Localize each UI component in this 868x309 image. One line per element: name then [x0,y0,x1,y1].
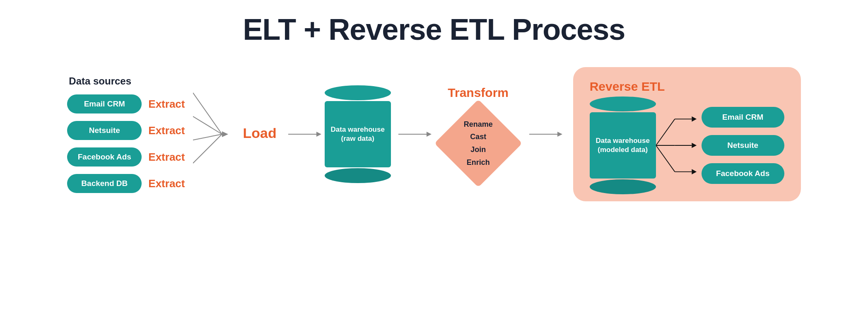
svg-line-1 [193,116,222,134]
diamond-text: Rename Cast Join Enrich [464,118,493,169]
data-sources-section: Data sources Email CRM Extract Netsuite … [67,75,185,193]
dest-facebook-ads: Facebook Ads [702,163,784,184]
raw-warehouse-cylinder: Data warehouse (raw data) [325,93,391,176]
svg-line-3 [193,134,222,163]
fanout-arrow-svg [656,102,697,189]
svg-marker-13 [692,169,697,174]
arrow-to-reverse-etl [529,134,558,135]
list-item: Email CRM Extract [67,94,185,113]
cylinder-bottom [590,179,656,194]
diamond-wrap: Rename Cast Join Enrich [439,104,518,183]
cylinder: Data warehouse (modeled data) [590,104,656,187]
svg-marker-12 [692,143,697,148]
load-label: Load [243,125,276,141]
cylinder-top [590,97,656,111]
fanout-arrows [656,102,697,189]
facebook-ads-pill: Facebook Ads [67,147,142,167]
modeled-warehouse-cylinder: Data warehouse (modeled data) [590,104,656,187]
arrow-to-raw-warehouse [288,134,317,135]
email-crm-pill: Email CRM [67,94,142,113]
transform-title: Transform [448,86,509,100]
page-title: ELT + Reverse ETL Process [243,12,625,46]
extract-label-3: Extract [148,177,185,190]
svg-line-0 [193,93,222,134]
cylinder-body: Data warehouse (raw data) [325,101,391,167]
cylinder-text: Data warehouse (modeled data) [591,136,653,154]
list-item: Backend DB Extract [67,174,185,193]
arrow-to-transform [398,134,427,135]
cylinder-body: Data warehouse (modeled data) [590,112,656,179]
source-items: Email CRM Extract Netsuite Extract Faceb… [67,94,185,193]
extract-label-1: Extract [148,124,185,137]
backend-db-pill: Backend DB [67,174,142,193]
transform-section: Transform Rename Cast Join Enrich [439,86,518,183]
diagram: Data sources Email CRM Extract Netsuite … [25,67,843,201]
reverse-etl-title: Reverse ETL [590,80,665,94]
data-sources-label: Data sources [67,75,131,87]
svg-marker-11 [692,116,697,122]
arrow-line [288,134,317,135]
cylinder-text: Data warehouse (raw data) [326,125,388,143]
svg-line-5 [656,119,675,145]
dest-email-crm: Email CRM [702,107,784,128]
extract-label-2: Extract [148,151,185,164]
cylinder-top [325,85,391,100]
page: ELT + Reverse ETL Process Data sources E… [0,0,868,309]
arrow-line [398,134,427,135]
reverse-etl-section: Reverse ETL Data warehouse (modeled data… [573,67,801,201]
svg-marker-4 [222,131,228,137]
netsuite-pill: Netsuite [67,121,142,140]
cylinder: Data warehouse (raw data) [325,93,391,176]
reverse-etl-inner: Data warehouse (modeled data) [590,102,784,189]
cylinder-bottom [325,168,391,183]
dest-netsuite: Netsuite [702,135,784,156]
extract-label-0: Extract [148,98,185,111]
destinations: Email CRM Netsuite Facebook Ads [702,107,784,184]
list-item: Facebook Ads Extract [67,147,185,167]
merge-arrows [193,80,234,188]
arrow-line [529,134,558,135]
load-section: Load [243,125,276,144]
svg-line-7 [656,145,675,172]
list-item: Netsuite Extract [67,121,185,140]
merge-arrow-svg [193,80,234,188]
